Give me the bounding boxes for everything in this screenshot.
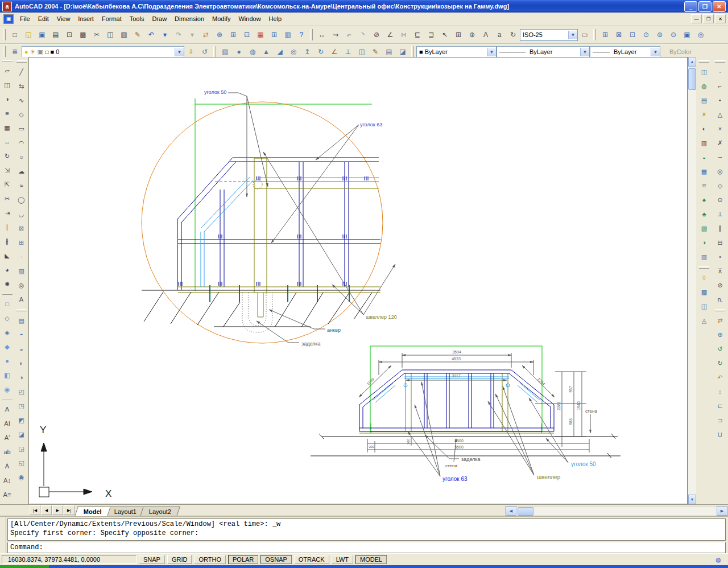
new-file-icon[interactable]: □ [8, 28, 22, 42]
help-icon[interactable]: ? [295, 28, 308, 42]
pan-realtime-icon[interactable]: ⇄ [199, 28, 213, 42]
menu-tools[interactable]: Tools [126, 14, 148, 24]
find-replace-icon[interactable]: ab [1, 445, 14, 459]
copy-clip-icon[interactable]: ◫ [104, 28, 117, 42]
chevron-down-icon[interactable]: ▼ [568, 31, 577, 39]
view-nw-iso-icon[interactable]: ◱ [15, 456, 28, 470]
layer-on-icon[interactable]: ● [24, 48, 28, 55]
menu-edit[interactable]: Edit [34, 14, 53, 24]
snap-perpendicular-icon[interactable]: ⊥ [713, 207, 727, 221]
dim-linear-icon[interactable]: ↔ [315, 28, 329, 42]
erase-icon[interactable]: ▱ [1, 64, 14, 77]
3d-zoom-icon[interactable]: ⊕ [713, 328, 727, 341]
toggle-grid[interactable]: GRID [167, 555, 192, 564]
toolbar-grip[interactable] [3, 46, 6, 57]
background-icon[interactable]: ▦ [697, 164, 711, 178]
command-history[interactable]: [All/Center/Dynamic/Extents/Previous/Sca… [7, 518, 726, 541]
statistics-icon[interactable]: ▥ [697, 250, 711, 264]
cut-icon[interactable]: ✂ [90, 28, 104, 42]
trim-icon[interactable]: ✂ [1, 192, 14, 205]
zoom-dynamic-icon[interactable]: ⊠ [612, 28, 626, 42]
mapping-icon[interactable]: ◒ [697, 150, 711, 164]
scale-icon[interactable]: ⇲ [1, 163, 14, 177]
toolbar-grip[interactable] [16, 60, 27, 63]
toolbar-grip[interactable] [2, 60, 13, 61]
3d-clipping-planes-icon[interactable]: ⊏ [713, 399, 727, 413]
label-tag-icon[interactable]: ◊ [697, 271, 711, 285]
image-adjust-icon[interactable]: ▩ [697, 285, 711, 299]
toolbar-grip[interactable] [593, 29, 596, 40]
tolerance-icon[interactable]: ⊞ [452, 28, 465, 42]
tab-prev-button[interactable]: ◀ [41, 505, 52, 515]
snap-parallel-icon[interactable]: ∥ [713, 221, 727, 235]
snap-nearest-icon[interactable]: ⊼ [713, 264, 727, 278]
explode-icon[interactable]: ✸ [1, 277, 14, 291]
dim-ordinate-icon[interactable]: ⌐ [342, 28, 356, 42]
edit-text-icon[interactable]: A′ [1, 431, 14, 444]
zoom-previous-icon[interactable]: ⊟ [240, 28, 254, 42]
layer-vpfreeze-icon[interactable]: ▣ [38, 48, 43, 56]
named-views-icon[interactable]: ▤ [15, 314, 28, 327]
array-icon[interactable]: ▦ [1, 121, 14, 134]
undo-icon[interactable]: ↶ [144, 28, 158, 42]
toolbar-grip[interactable] [2, 294, 13, 295]
toggle-osnap[interactable]: OSNAP [260, 555, 292, 564]
view-bottom-icon[interactable]: ◒ [15, 342, 28, 356]
scenes-icon[interactable]: ▤ [697, 93, 711, 107]
menu-file[interactable]: File [16, 14, 34, 24]
zoom-out-icon[interactable]: ⊖ [667, 28, 680, 42]
scale-text-icon[interactable]: A↕ [1, 474, 14, 487]
paste-icon[interactable]: ▥ [117, 28, 131, 42]
3d-back-clip-icon[interactable]: ⊔ [713, 427, 727, 441]
coordinate-display[interactable]: 16030.8374, 37973.4481, 0.0000 [2, 555, 136, 564]
toggle-polar[interactable]: POLAR [228, 555, 258, 564]
rotate-icon[interactable]: ↻ [1, 149, 14, 163]
undo-menu-icon[interactable]: ▾ [158, 28, 172, 42]
menu-insert[interactable]: Insert [74, 14, 98, 24]
mdi-restore-button[interactable]: ❐ [703, 14, 714, 23]
tab-model[interactable]: Model [75, 507, 110, 516]
hide-icon[interactable]: ◫ [697, 65, 711, 79]
hatch-icon[interactable]: ▨ [15, 264, 28, 278]
revision-cloud-icon[interactable]: ☁ [15, 164, 28, 178]
toolbar-grip[interactable] [715, 309, 725, 311]
quick-dimension-icon[interactable]: ∺ [397, 28, 411, 42]
dim-text-edit-icon[interactable]: a [493, 28, 506, 42]
dim-baseline-icon[interactable]: ⊑ [411, 28, 424, 42]
tool-palettes-icon[interactable]: ▦ [254, 28, 267, 42]
3d-orbit-icon[interactable]: ↺ [713, 342, 727, 356]
region-icon[interactable]: ◎ [15, 278, 28, 292]
vertical-scroll-thumb[interactable] [688, 68, 696, 90]
dim-radius-icon[interactable]: ◝ [356, 28, 370, 42]
polygon-icon[interactable]: ◇ [15, 108, 28, 121]
toolbar-grip[interactable] [3, 29, 6, 40]
dim-diameter-icon[interactable]: ⊘ [370, 28, 383, 42]
save-file-icon[interactable]: ▣ [35, 28, 49, 42]
stretch-icon[interactable]: ⇱ [1, 178, 14, 191]
3d-pan-icon[interactable]: ⇄ [713, 314, 727, 327]
horizontal-scroll-thumb[interactable] [518, 507, 533, 516]
fillet-icon[interactable]: ◕ [1, 263, 14, 277]
zoom-scale-icon[interactable]: ⊡ [626, 28, 639, 42]
rectangle-icon[interactable]: ▭ [15, 122, 28, 135]
copy-link-icon[interactable]: ◬ [697, 314, 711, 327]
mtext-icon[interactable]: A [15, 293, 28, 306]
zoom-window-icon[interactable]: ⊞ [598, 28, 612, 42]
extend-icon[interactable]: ⇥ [1, 206, 14, 220]
close-button[interactable]: ✕ [713, 1, 726, 12]
communication-center-icon[interactable]: ◍ [714, 555, 723, 563]
shade-gouraud-edges-icon[interactable]: ◉ [1, 382, 14, 396]
zoom-in-icon[interactable]: ⊕ [653, 28, 667, 42]
center-mark-icon[interactable]: ⊕ [465, 28, 479, 42]
point-icon[interactable]: · [15, 250, 28, 264]
toggle-otrack[interactable]: OTRACK [294, 555, 329, 564]
mdi-close-button[interactable]: ✕ [715, 14, 726, 23]
drawing-canvas[interactable]: Y X [28, 57, 688, 504]
make-block-icon[interactable]: ⊞ [15, 236, 28, 249]
ellipse-arc-icon[interactable]: ◡ [15, 207, 28, 221]
line-icon[interactable]: ╱ [15, 65, 28, 79]
3d-front-clip-icon[interactable]: ⊐ [713, 413, 727, 427]
toolbar-grip[interactable] [2, 399, 13, 400]
mirror-icon[interactable]: ◑ [1, 92, 14, 106]
zoom-all-icon[interactable]: ▣ [680, 28, 694, 42]
